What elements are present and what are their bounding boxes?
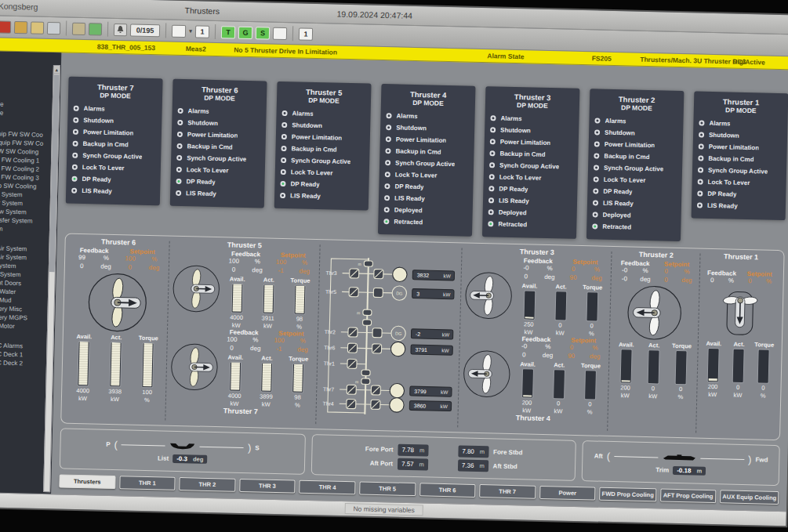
nav-button-thr-6[interactable]: THR 6: [419, 483, 476, 498]
graphics-button[interactable]: G: [238, 26, 252, 38]
feeder-label: Thr2: [324, 329, 335, 335]
status-led-icon: [594, 165, 599, 170]
status-label: DP Ready: [603, 188, 632, 196]
pct-unit: %: [291, 337, 314, 346]
status-led-icon: [489, 174, 495, 179]
status-label: Synch Group Active: [499, 162, 559, 171]
setpoint-pct: 0: [655, 267, 677, 276]
status-led-icon: [178, 108, 183, 114]
nav-button-thr-4[interactable]: THR 4: [300, 480, 356, 495]
deg-unit: deg: [677, 276, 698, 284]
sidebar-item[interactable]: VAC Deck 2: [0, 358, 45, 368]
feedback-setpoint-block: FeedbackSetpoint 0%0%: [703, 270, 779, 287]
page-number[interactable]: 1: [195, 25, 209, 38]
page-icon[interactable]: 1: [299, 27, 313, 40]
avail-value: 4000: [230, 314, 243, 321]
status-led-icon: [281, 134, 287, 139]
window-icon[interactable]: [14, 20, 27, 33]
gen-kw-value: 3860: [413, 403, 426, 408]
ship-side-profile-icon: [662, 454, 696, 462]
nav-button-thr-7[interactable]: THR 7: [479, 484, 536, 499]
pct-unit: %: [142, 255, 166, 264]
status-led-icon: [72, 153, 78, 158]
sidebar-item[interactable]: tem: [0, 224, 48, 234]
status-led-icon: [176, 143, 182, 149]
thruster-5-data: FeedbackSetpoint 100%100% 0deg-1deg Avai…: [220, 250, 317, 331]
trend-button[interactable]: T: [221, 26, 235, 38]
fore-port-value: 7.78m: [398, 443, 428, 456]
status-led-icon: [73, 129, 78, 135]
status-led-icon: [72, 165, 78, 170]
thruster-4-data: FeedbackSetpoint -0%0% 0deg90deg Avail.A…: [511, 335, 608, 416]
avail-label: Avail.: [76, 333, 92, 340]
status-led-icon: [282, 110, 288, 116]
draft-number: 7.78: [401, 444, 414, 454]
status-label: Synch Group Active: [708, 167, 768, 176]
pct-unit: %: [678, 393, 684, 400]
thruster-bars: Avail.Act.Torque 20000 kWkW%: [700, 339, 777, 399]
system-button[interactable]: S: [256, 27, 270, 39]
setpoint-deg: 0: [118, 263, 142, 272]
sidebar-item[interactable]: ble: [0, 108, 51, 118]
folder-icon[interactable]: [72, 22, 85, 34]
draft-number: 7.36: [462, 460, 474, 470]
gen-kw-unit: kW: [441, 331, 449, 337]
toolbar-divider: [107, 22, 108, 37]
nav-button-thrusters[interactable]: Thrusters: [59, 474, 115, 489]
kw-unit: kW: [111, 396, 119, 403]
list-value: -0.3deg: [172, 454, 207, 463]
sidebar-item[interactable]: ng Motor: [0, 321, 45, 331]
setpoint-pct: 100: [269, 259, 292, 267]
status-led-icon: [385, 172, 390, 177]
hmi-screen: Kongsberg Thrusters 19.09.2024 20:47:44 …: [0, 0, 788, 526]
setpoint-deg: 90: [559, 352, 583, 360]
avail-label: Avail.: [227, 353, 243, 360]
act-bar: [648, 349, 660, 384]
feeder-label: Thr7: [323, 386, 334, 392]
alarm-bell-icon[interactable]: [114, 23, 127, 35]
page-title: Thrusters: [185, 5, 220, 16]
status-led-icon: [490, 127, 496, 132]
sidebar-item[interactable]: ansfer System: [0, 215, 48, 226]
azimuth-thruster-icon: [463, 270, 514, 321]
alarm-message: No 5 Thruster Drive In Limitation: [234, 46, 337, 56]
status-label: Backup in Cmd: [82, 140, 128, 148]
status-led-icon: [489, 162, 495, 168]
pct-unit: %: [144, 396, 150, 404]
chevron-down-icon[interactable]: ▾: [189, 27, 192, 34]
nav-button-aft-prop-cooling[interactable]: AFT Prop Cooling: [660, 488, 717, 503]
torque-label: Torque: [672, 342, 692, 350]
status-led-icon: [698, 179, 703, 185]
status-led-icon: [176, 190, 181, 196]
feedback-setpoint-block: FeedbackSetpoint 99%100% 0deg0deg: [70, 247, 167, 273]
status-led-icon: [490, 139, 496, 144]
scroll-up-icon[interactable]: ▲: [54, 66, 60, 74]
list-icon[interactable]: [31, 21, 44, 34]
nav-button-fwd-prop-cooling[interactable]: FWD Prop Cooling: [599, 487, 656, 502]
status-label: Backup in Cmd: [604, 153, 649, 161]
avail-bar-fill: [523, 396, 532, 397]
stop-icon[interactable]: [0, 20, 11, 33]
nav-button-thr-1[interactable]: THR 1: [119, 476, 176, 490]
nav-button-power[interactable]: Power: [539, 486, 596, 501]
draft-unit: m: [419, 445, 425, 455]
dp-status-row: Retracted: [383, 215, 467, 229]
act-label: Act.: [263, 276, 274, 283]
status-label: Lock To Lever: [291, 168, 333, 176]
notepad-icon[interactable]: [172, 24, 186, 37]
kw-unit: kW: [522, 407, 531, 414]
trim-indicator: Aft ( ) Fwd Trim -0.18m: [582, 440, 780, 486]
blank-button[interactable]: [273, 27, 287, 39]
torque-bar: [584, 370, 597, 400]
chart-icon[interactable]: [89, 23, 102, 35]
nav-button-thr-2[interactable]: THR 2: [179, 477, 235, 492]
nav-button-aux-equip-cooling[interactable]: AUX Equip Cooling: [720, 490, 779, 505]
sidebar: ble ble quip FW SW Coo Equip FW SW Co FW…: [0, 51, 61, 494]
kw-unit: kW: [556, 329, 565, 336]
nav-button-thr-3[interactable]: THR 3: [239, 479, 296, 494]
monitor-icon[interactable]: [47, 21, 60, 34]
svg-text:DG: DG: [396, 291, 402, 295]
status-led-icon: [386, 125, 391, 130]
nav-button-thr-5[interactable]: THR 5: [359, 481, 416, 496]
act-bar: [109, 342, 122, 387]
